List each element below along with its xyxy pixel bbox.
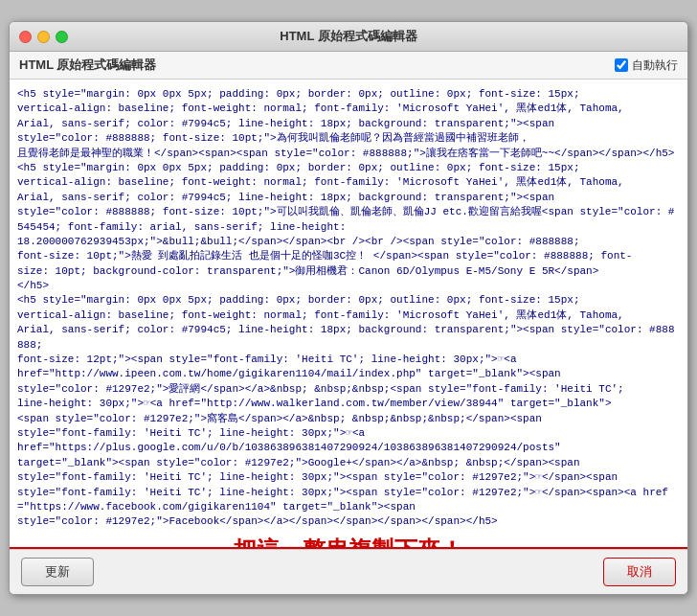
- window-title: HTML 原始程式碼編輯器: [280, 28, 416, 45]
- titlebar: HTML 原始程式碼編輯器: [10, 22, 687, 52]
- auto-exec-checkbox[interactable]: [615, 58, 628, 72]
- maximize-button[interactable]: [56, 31, 68, 43]
- main-window: HTML 原始程式碼編輯器 HTML 原始程式碼編輯器 自動執行 <h5 sty…: [9, 21, 688, 595]
- update-button[interactable]: 更新: [21, 558, 94, 586]
- auto-exec-container: 自動執行: [615, 57, 678, 74]
- code-content: <h5 style="margin: 0px 0px 5px; padding:…: [17, 88, 675, 527]
- code-editor[interactable]: <h5 style="margin: 0px 0px 5px; padding:…: [10, 80, 687, 549]
- highlight-message: 把這一整串複製下來！: [17, 530, 680, 549]
- close-button[interactable]: [19, 31, 32, 43]
- editor-label: HTML 原始程式碼編輯器: [19, 57, 156, 74]
- window-controls: [19, 31, 68, 43]
- auto-exec-label: 自動執行: [632, 57, 678, 74]
- minimize-button[interactable]: [37, 31, 50, 43]
- bottom-bar: 更新 取消: [10, 549, 687, 594]
- toolbar: HTML 原始程式碼編輯器 自動執行: [10, 52, 687, 80]
- cancel-button[interactable]: 取消: [603, 558, 676, 586]
